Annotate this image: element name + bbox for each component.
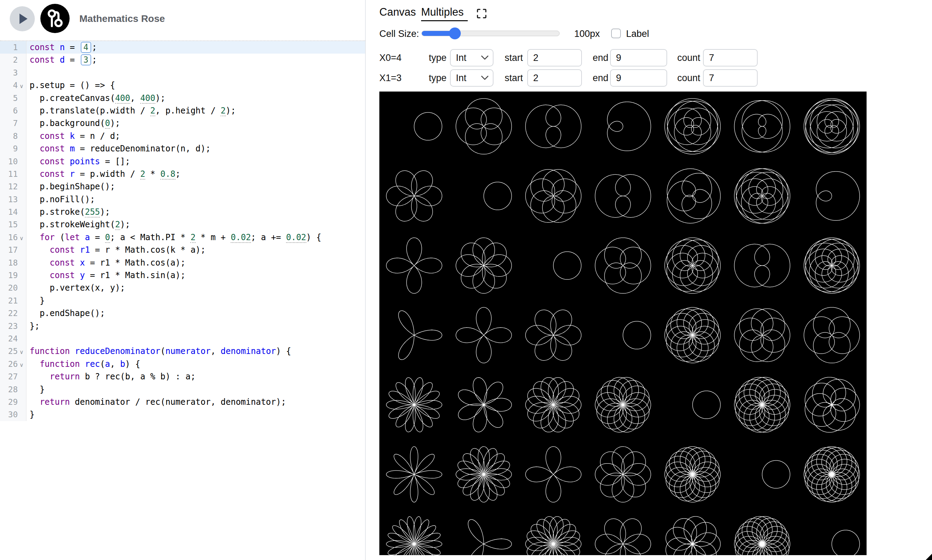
code-text: }; xyxy=(29,320,365,332)
code-line: 16∨ for (let a = 0; a < Math.PI * 2 * m … xyxy=(0,231,365,244)
code-line: 19 const y = r1 * Math.sin(a); xyxy=(0,269,365,282)
app-logo xyxy=(40,4,69,33)
adjustable-number[interactable]: 4 xyxy=(81,42,91,53)
count-input[interactable] xyxy=(703,49,758,66)
code-line: 24 xyxy=(0,332,365,345)
line-number: 24 xyxy=(8,332,18,345)
line-number: 30 xyxy=(8,408,18,421)
gutter: 28 xyxy=(0,383,26,396)
count-input[interactable] xyxy=(703,69,758,87)
play-icon xyxy=(20,14,28,24)
gutter: 11 xyxy=(0,168,26,180)
code-text: p.createCanvas(400, 400); xyxy=(29,92,365,105)
code-text: return b ? rec(b, a % b) : a; xyxy=(29,370,365,383)
code-text: } xyxy=(29,408,365,421)
line-number: 25 xyxy=(8,345,18,357)
code-line: 30} xyxy=(0,408,365,421)
gutter: 15 xyxy=(0,218,26,231)
cell-size-slider[interactable] xyxy=(421,31,560,36)
gutter: 26∨ xyxy=(0,358,26,370)
line-number: 18 xyxy=(8,257,18,269)
line-number: 29 xyxy=(8,396,18,408)
gutter: 1 xyxy=(0,41,26,54)
code-text: p.setup = () => { xyxy=(29,79,365,92)
line-number: 9 xyxy=(13,142,18,155)
start-label: start xyxy=(504,69,523,87)
code-line: 5 p.createCanvas(400, 400); xyxy=(0,92,365,105)
line-number: 2 xyxy=(13,54,18,66)
gutter: 30 xyxy=(0,408,26,421)
gutter: 14 xyxy=(0,206,26,218)
chevron-down-icon xyxy=(481,75,489,80)
gutter: 4∨ xyxy=(0,79,26,92)
code-text: function reduceDenominator(numerator, de… xyxy=(29,345,365,357)
code-line: 29 return denominator / rec(numerator, d… xyxy=(0,396,365,408)
start-input[interactable] xyxy=(527,49,582,66)
type-select[interactable]: Int xyxy=(450,69,494,87)
tab-canvas[interactable]: Canvas xyxy=(379,6,416,18)
branch-icon xyxy=(40,4,69,33)
count-label: count xyxy=(677,49,700,66)
gutter: 20 xyxy=(0,282,26,294)
fold-toggle-icon[interactable]: ∨ xyxy=(20,359,24,371)
code-line: 17 const r1 = r * Math.cos(k * a); xyxy=(0,244,365,256)
end-input[interactable] xyxy=(610,69,667,87)
gutter: 27 xyxy=(0,370,26,383)
line-number: 22 xyxy=(8,307,18,320)
code-editor[interactable]: 1const n = 4;2const d = 3;34∨p.setup = (… xyxy=(0,41,365,421)
fold-toggle-icon[interactable]: ∨ xyxy=(20,346,24,358)
line-number: 15 xyxy=(8,218,18,231)
code-line: 14 p.stroke(255); xyxy=(0,206,365,218)
cell-size-label: Cell Size: xyxy=(379,29,419,39)
gutter: 16∨ xyxy=(0,231,26,244)
line-number: 20 xyxy=(8,282,18,294)
code-line: 3 xyxy=(0,66,365,79)
gutter: 18 xyxy=(0,257,26,269)
code-text: p.background(0); xyxy=(29,117,365,129)
code-text: for (let a = 0; a < Math.PI * 2 * m + 0.… xyxy=(29,231,365,244)
code-line: 7 p.background(0); xyxy=(0,117,365,129)
start-input[interactable] xyxy=(527,69,582,87)
gutter: 17 xyxy=(0,244,26,256)
code-line: 21 } xyxy=(0,294,365,307)
chevron-down-icon xyxy=(481,55,489,60)
run-button[interactable] xyxy=(10,6,35,31)
gutter: 2 xyxy=(0,54,26,66)
code-text: const x = r1 * Math.cos(a); xyxy=(29,257,365,269)
code-text: } xyxy=(29,294,365,307)
line-number: 5 xyxy=(13,92,18,105)
adjustable-number[interactable]: 3 xyxy=(81,54,91,65)
end-input[interactable] xyxy=(610,49,667,66)
line-number: 13 xyxy=(8,193,18,206)
code-text: const r = p.width / 2 * 0.8; xyxy=(29,168,365,180)
code-line: 1const n = 4; xyxy=(0,41,365,54)
line-number: 1 xyxy=(13,41,18,54)
fold-toggle-icon[interactable]: ∨ xyxy=(20,232,24,245)
line-number: 7 xyxy=(13,117,18,129)
gutter: 12 xyxy=(0,180,26,193)
line-number: 23 xyxy=(8,320,18,332)
gutter: 6 xyxy=(0,105,26,117)
fold-toggle-icon[interactable]: ∨ xyxy=(20,80,24,92)
gutter: 5 xyxy=(0,92,26,105)
code-text: function rec(a, b) { xyxy=(29,358,365,370)
gutter: 21 xyxy=(0,294,26,307)
code-line: 28 } xyxy=(0,383,365,396)
fullscreen-icon[interactable] xyxy=(477,8,487,19)
gutter: 19 xyxy=(0,269,26,282)
code-text: const m = reduceDenominator(n, d); xyxy=(29,142,365,155)
code-text: return denominator / rec(numerator, deno… xyxy=(29,396,365,408)
code-line: 11 const r = p.width / 2 * 0.8; xyxy=(0,168,365,180)
code-text: const k = n / d; xyxy=(29,130,365,142)
resize-corner xyxy=(926,554,932,560)
type-select[interactable]: Int xyxy=(450,49,494,66)
label-checkbox[interactable] xyxy=(611,29,621,38)
type-select-value: Int xyxy=(456,50,466,66)
tab-multiples[interactable]: Multiples xyxy=(421,6,464,18)
code-text: p.vertex(x, y); xyxy=(29,282,365,294)
code-line: 15 p.strokeWeight(2); xyxy=(0,218,365,231)
line-number: 4 xyxy=(13,79,18,92)
gutter: 25∨ xyxy=(0,345,26,357)
cell-size-slider-thumb[interactable] xyxy=(449,28,461,39)
code-text: p.translate(p.width / 2, p.height / 2); xyxy=(29,105,365,117)
